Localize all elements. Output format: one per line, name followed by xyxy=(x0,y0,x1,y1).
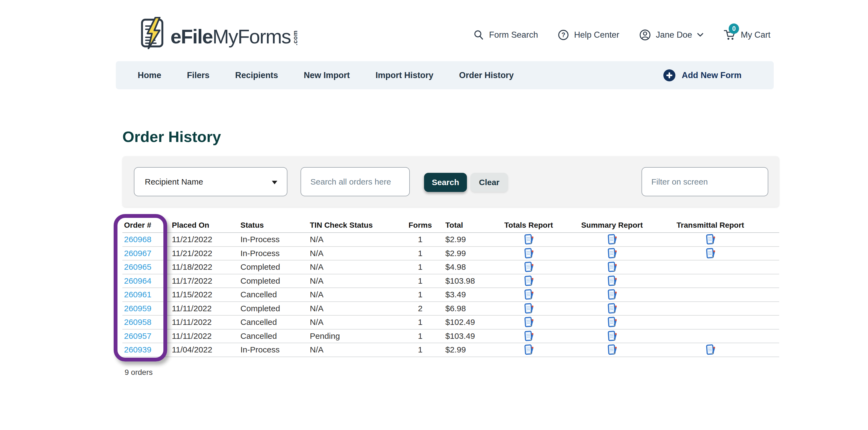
chevron-down-icon xyxy=(697,33,704,37)
forms-cell: 1 xyxy=(418,345,423,354)
order-link[interactable]: 260964 xyxy=(124,276,151,285)
add-new-form-button[interactable]: Add New Form xyxy=(663,69,742,81)
form-search-button[interactable]: Form Search xyxy=(473,30,538,40)
user-icon xyxy=(639,29,651,41)
col-header-total: Total xyxy=(434,221,489,230)
totals-report-icon[interactable] xyxy=(524,317,534,328)
status-cell: Cancelled xyxy=(241,331,277,340)
placed-on-cell: 11/04/2022 xyxy=(172,345,212,354)
total-cell: $2.99 xyxy=(445,249,466,258)
table-row: 26095711/11/2022CancelledPending1$103.49 xyxy=(122,330,779,343)
col-header-forms: Forms xyxy=(407,221,434,230)
main-navbar: Home Filers Recipients New Import Import… xyxy=(116,61,774,89)
brand-logo[interactable]: eFileMyForms.com xyxy=(140,17,298,49)
forms-cell: 2 xyxy=(418,304,423,313)
orders-count-label: 9 orders xyxy=(125,368,153,377)
totals-report-icon[interactable] xyxy=(524,248,534,259)
order-link[interactable]: 260939 xyxy=(124,345,151,354)
nav-item-recipients[interactable]: Recipients xyxy=(235,70,278,80)
brand-name-regular: MyForms xyxy=(213,27,291,46)
search-icon xyxy=(473,30,484,40)
user-menu[interactable]: Jane Doe xyxy=(639,29,704,41)
summary-report-icon[interactable] xyxy=(607,234,617,245)
forms-cell: 1 xyxy=(418,290,423,299)
summary-report-icon[interactable] xyxy=(607,248,617,259)
col-header-tin-check-status: TIN Check Status xyxy=(308,221,407,230)
col-header-transmittal-report: Transmittal Report xyxy=(656,221,765,230)
help-center-button[interactable]: ? Help Center xyxy=(558,29,619,41)
total-cell: $2.99 xyxy=(445,235,466,244)
status-cell: In-Process xyxy=(241,235,279,244)
placed-on-cell: 11/11/2022 xyxy=(172,304,212,313)
transmittal-report-icon[interactable] xyxy=(706,248,715,259)
transmittal-report-icon[interactable] xyxy=(706,234,715,245)
order-link[interactable]: 260961 xyxy=(124,290,151,299)
summary-report-icon[interactable] xyxy=(607,331,617,341)
summary-report-icon[interactable] xyxy=(607,262,617,272)
placed-on-cell: 11/11/2022 xyxy=(172,318,212,327)
total-cell: $2.99 xyxy=(445,345,466,354)
svg-text:?: ? xyxy=(561,31,565,38)
table-row: 26096111/15/2022CancelledN/A1$3.49 xyxy=(122,288,779,302)
status-cell: Cancelled xyxy=(241,318,277,327)
filter-on-screen-input[interactable] xyxy=(642,167,768,196)
order-link[interactable]: 260957 xyxy=(124,331,151,340)
forms-cell: 1 xyxy=(418,262,423,271)
tin-status-cell: N/A xyxy=(310,290,323,299)
nav-item-order-history[interactable]: Order History xyxy=(459,70,514,80)
order-link[interactable]: 260959 xyxy=(124,304,151,313)
table-row: 26096811/21/2022In-ProcessN/A1$2.99 xyxy=(122,233,779,247)
page-title: Order History xyxy=(122,128,221,145)
table-row: 26096711/21/2022In-ProcessN/A1$2.99 xyxy=(122,247,779,261)
order-link[interactable]: 260958 xyxy=(124,318,151,327)
form-search-label: Form Search xyxy=(489,30,538,40)
orders-search-input[interactable] xyxy=(301,167,410,196)
total-cell: $4.98 xyxy=(445,262,466,271)
help-center-label: Help Center xyxy=(574,30,619,40)
table-row: 26095811/11/2022CancelledN/A1$102.49 xyxy=(122,316,779,330)
summary-report-icon[interactable] xyxy=(607,289,617,300)
nav-item-home[interactable]: Home xyxy=(138,70,161,80)
summary-report-icon[interactable] xyxy=(607,317,617,328)
forms-cell: 1 xyxy=(418,235,423,244)
totals-report-icon[interactable] xyxy=(524,275,534,287)
help-icon: ? xyxy=(558,29,569,41)
search-field-select[interactable]: Recipient Name xyxy=(134,167,287,196)
nav-item-filers[interactable]: Filers xyxy=(187,70,210,80)
cart-count-badge: 0 xyxy=(728,24,739,34)
nav-item-import-history[interactable]: Import History xyxy=(375,70,433,80)
brand-name-bold: eFile xyxy=(170,27,213,46)
forms-cell: 1 xyxy=(418,331,423,340)
tin-status-cell: N/A xyxy=(310,276,323,285)
placed-on-cell: 11/21/2022 xyxy=(172,249,212,258)
tin-status-cell: N/A xyxy=(310,304,323,313)
totals-report-icon[interactable] xyxy=(524,344,534,355)
totals-report-icon[interactable] xyxy=(524,234,534,245)
search-button[interactable]: Search xyxy=(424,173,467,192)
tin-status-cell: Pending xyxy=(310,331,340,340)
summary-report-icon[interactable] xyxy=(607,344,617,355)
table-row: 26095911/11/2022CompletedN/A2$6.98 xyxy=(122,302,779,316)
user-name-label: Jane Doe xyxy=(656,30,692,40)
total-cell: $103.98 xyxy=(445,276,475,285)
totals-report-icon[interactable] xyxy=(524,289,534,300)
totals-report-icon[interactable] xyxy=(524,262,534,272)
order-link[interactable]: 260967 xyxy=(124,249,151,258)
order-link[interactable]: 260965 xyxy=(124,262,151,271)
status-cell: Completed xyxy=(241,276,280,285)
summary-report-icon[interactable] xyxy=(607,303,617,314)
col-header-placed-on: Placed On xyxy=(170,221,239,230)
table-row: 26096511/18/2022CompletedN/A1$4.98 xyxy=(122,260,779,274)
transmittal-report-icon[interactable] xyxy=(706,344,715,355)
totals-report-icon[interactable] xyxy=(524,303,534,314)
nav-item-new-import[interactable]: New Import xyxy=(304,70,350,80)
my-cart-button[interactable]: 0 My Cart xyxy=(723,29,771,41)
table-row: 26093911/04/2022In-ProcessN/A1$2.99 xyxy=(122,343,779,357)
clear-button[interactable]: Clear xyxy=(470,173,508,192)
totals-report-icon[interactable] xyxy=(524,331,534,341)
forms-cell: 1 xyxy=(418,318,423,327)
placed-on-cell: 11/21/2022 xyxy=(172,235,212,244)
select-dropdown-arrow-icon xyxy=(272,177,278,187)
order-link[interactable]: 260968 xyxy=(124,235,151,244)
summary-report-icon[interactable] xyxy=(607,275,617,287)
